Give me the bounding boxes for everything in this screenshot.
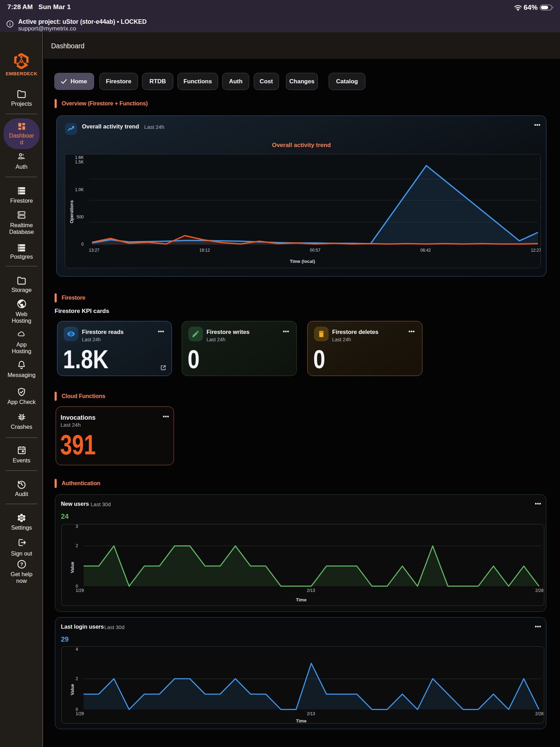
svg-text:?: ? [20, 561, 23, 567]
svg-text:500: 500 [77, 215, 84, 219]
svg-text:1/29: 1/29 [76, 711, 84, 716]
svg-text:12:27: 12:27 [531, 248, 541, 253]
svg-text:Time: Time [296, 597, 307, 602]
svg-text:2/13: 2/13 [307, 711, 315, 716]
svg-text:4: 4 [76, 647, 78, 652]
svg-text:3: 3 [76, 524, 78, 529]
svg-text:1.0K: 1.0K [75, 187, 84, 192]
svg-text:19:12: 19:12 [200, 248, 210, 253]
svg-text:0: 0 [81, 242, 84, 247]
svg-text:Time (local): Time (local) [290, 259, 315, 264]
svg-text:Operations: Operations [69, 200, 74, 223]
svg-text:1.5K: 1.5K [75, 160, 84, 165]
svg-text:1/29: 1/29 [76, 588, 84, 593]
svg-text:13:27: 13:27 [89, 248, 99, 253]
svg-text:2/28: 2/28 [535, 588, 544, 593]
svg-text:00:57: 00:57 [310, 248, 320, 253]
svg-text:2: 2 [76, 543, 78, 548]
svg-text:Value: Value [70, 562, 75, 573]
svg-text:2/13: 2/13 [307, 588, 315, 593]
svg-text:06:42: 06:42 [420, 248, 431, 253]
svg-text:2/28: 2/28 [535, 711, 544, 716]
svg-text:Time: Time [296, 718, 307, 724]
svg-text:2: 2 [76, 676, 78, 681]
svg-text:Value: Value [70, 684, 75, 696]
